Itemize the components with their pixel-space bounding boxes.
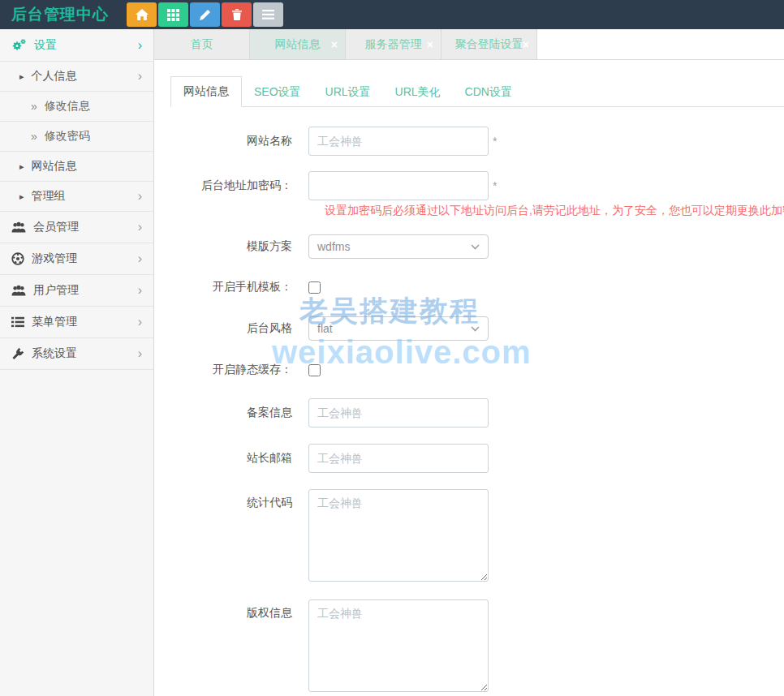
chevron-right-icon: › (138, 252, 142, 265)
settings-section-tabs: 网站信息 SEO设置 URL设置 URL美化 CDN设置 (170, 76, 784, 107)
plug-icon (11, 347, 24, 360)
sidebar-item-games[interactable]: 游戏管理 › (0, 243, 153, 275)
admin-path-password-input[interactable] (308, 171, 489, 200)
apps-button[interactable] (158, 2, 188, 27)
close-icon[interactable]: × (331, 38, 338, 51)
form-row: 统计代码 (170, 489, 784, 582)
form-row: 备案信息 (170, 398, 784, 427)
pencil-icon (200, 9, 211, 20)
chevron-right-icon: › (138, 316, 142, 329)
users-icon (11, 285, 26, 296)
chevron-right-icon: › (138, 70, 142, 83)
sidebar-item-members[interactable]: 会员管理 › (0, 212, 153, 243)
tab-seo-settings[interactable]: SEO设置 (242, 78, 313, 107)
copyright-info-label: 版权信息 (170, 599, 308, 621)
tab-url-settings[interactable]: URL设置 (313, 78, 383, 107)
chevron-right-icon: › (138, 221, 142, 234)
edit-button[interactable] (190, 2, 220, 27)
icp-info-label: 备案信息 (170, 406, 308, 420)
app-title: 后台管理中心 (11, 4, 109, 25)
sidebar-item-system[interactable]: 系统设置 › (0, 338, 153, 370)
site-name-label: 网站名称 (170, 134, 308, 148)
sidebar-item-menus[interactable]: 菜单管理 › (0, 307, 153, 338)
site-name-input[interactable] (308, 127, 489, 156)
icp-info-input[interactable] (308, 398, 489, 427)
template-scheme-label: 模版方案 (170, 239, 308, 254)
caret-right-icon: ▸ (19, 161, 24, 172)
form-row: 版权信息 (170, 599, 784, 692)
tab-cdn-settings[interactable]: CDN设置 (453, 78, 524, 107)
mobile-template-checkbox[interactable] (308, 281, 321, 294)
chevron-down-icon (471, 326, 480, 332)
soccer-ball-icon (11, 252, 24, 265)
topbar: 后台管理中心 (0, 0, 784, 29)
webmaster-email-label: 站长邮箱 (170, 451, 308, 466)
static-cache-checkbox[interactable] (308, 364, 321, 376)
gears-icon (11, 38, 27, 52)
double-arrow-icon: » (31, 100, 37, 113)
admin-style-select[interactable]: flat (308, 316, 489, 341)
tab-home[interactable]: 首页 (154, 29, 250, 59)
trash-icon (232, 9, 242, 20)
site-info-form: 网站名称 * 后台地址加密码： * 设置加密码后必须通过以下地址访问后台,请劳记… (170, 127, 784, 692)
admin-style-label: 后台风格 (170, 321, 308, 336)
chevron-right-icon: › (138, 39, 142, 52)
stats-code-textarea[interactable] (308, 489, 489, 582)
required-mark: * (493, 135, 497, 148)
main-area: 首页 网站信息 × 服务器管理 × 聚合登陆设置 × 网站信息 SEO设置 UR… (154, 29, 784, 696)
chevron-right-icon: › (138, 347, 142, 360)
home-button[interactable] (127, 2, 157, 27)
caret-right-icon: ▸ (19, 191, 24, 202)
sidebar-item-edit-password[interactable]: » 修改密码 (0, 122, 153, 152)
sidebar-item-edit-info[interactable]: » 修改信息 (0, 92, 153, 122)
admin-path-password-label: 后台地址加密码： (170, 178, 308, 193)
sidebar-item-label: 设置 (34, 38, 138, 53)
form-row: 开启手机模板： (170, 280, 784, 294)
tab-server-management[interactable]: 服务器管理 × (346, 29, 442, 59)
chevron-right-icon: › (138, 284, 142, 297)
open-page-tabs: 首页 网站信息 × 服务器管理 × 聚合登陆设置 × (154, 29, 784, 60)
sidebar-item-admin-group[interactable]: ▸ 管理组 › (0, 182, 153, 212)
caret-right-icon: ▸ (19, 71, 24, 82)
template-scheme-value: wdfms (317, 240, 350, 253)
copyright-info-textarea[interactable] (308, 599, 489, 692)
double-arrow-icon: » (31, 130, 37, 143)
sidebar-item-site-info[interactable]: ▸ 网站信息 (0, 152, 153, 182)
sidebar: 设置 › ▸ 个人信息 › » 修改信息 » 修改密码 ▸ 网站信息 ▸ 管理组… (0, 29, 154, 696)
webmaster-email-input[interactable] (308, 444, 489, 473)
users-icon (11, 221, 26, 233)
content-panel: 网站信息 SEO设置 URL设置 URL美化 CDN设置 网站名称 * 后台地址… (154, 60, 784, 695)
admin-path-password-hint: 设置加密码后必须通过以下地址访问后台,请劳记此地址，为了安全，您也可以定期更换此… (325, 204, 784, 218)
form-row: 网站名称 * (170, 127, 784, 156)
form-row: 站长邮箱 (170, 444, 784, 473)
apps-grid-icon (167, 9, 179, 21)
template-scheme-select[interactable]: wdfms (308, 234, 489, 259)
list-icon (262, 10, 274, 19)
form-row: 后台地址加密码： * (170, 171, 784, 200)
menu-list-icon (11, 316, 24, 328)
close-icon[interactable]: × (523, 38, 529, 51)
topbar-buttons (127, 2, 283, 27)
static-cache-label: 开启静态缓存： (170, 363, 308, 377)
chevron-down-icon (471, 244, 480, 250)
home-icon (136, 9, 149, 20)
tab-oauth-login-settings[interactable]: 聚合登陆设置 × (442, 29, 537, 59)
sidebar-item-users[interactable]: 用户管理 › (0, 275, 153, 307)
sidebar-item-personal-info[interactable]: ▸ 个人信息 › (0, 62, 153, 92)
form-row: 后台风格 flat (170, 316, 784, 341)
form-row: 开启静态缓存： (170, 363, 784, 377)
form-row: 模版方案 wdfms (170, 234, 784, 259)
stats-code-label: 统计代码 (170, 489, 308, 510)
tab-website-info[interactable]: 网站信息 (170, 76, 242, 107)
sidebar-item-settings[interactable]: 设置 › (0, 29, 153, 62)
admin-style-value: flat (317, 322, 333, 335)
log-button[interactable] (253, 2, 283, 27)
required-mark: * (493, 179, 497, 192)
tab-url-beautify[interactable]: URL美化 (383, 78, 453, 107)
tab-site-info[interactable]: 网站信息 × (250, 29, 346, 59)
delete-button[interactable] (222, 2, 252, 27)
close-icon[interactable]: × (427, 38, 433, 51)
chevron-right-icon: › (138, 190, 142, 203)
mobile-template-label: 开启手机模板： (170, 280, 308, 294)
